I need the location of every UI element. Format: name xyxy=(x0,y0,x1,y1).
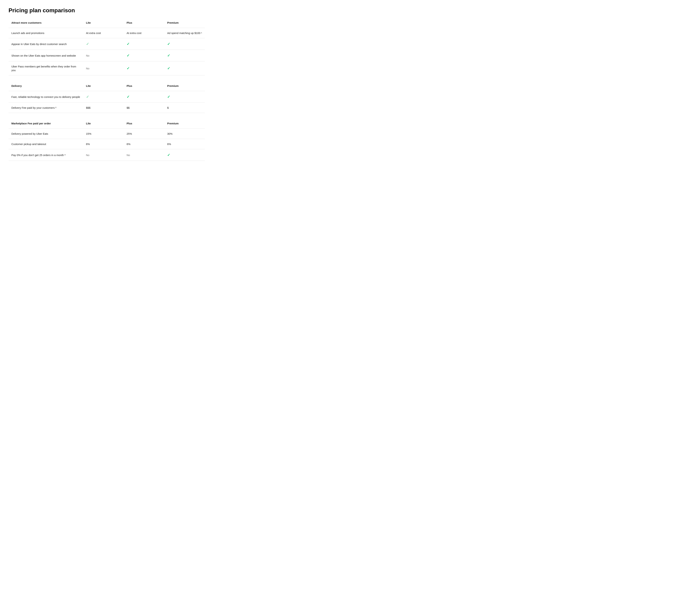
section-lite-label: Lite xyxy=(83,21,124,28)
check-icon: ✓ xyxy=(167,42,170,46)
lite-cell: ✓ xyxy=(83,91,124,103)
check-light-icon: ✓ xyxy=(86,42,89,46)
comparison-table: Attract more customers Lite Plus Premium… xyxy=(8,21,205,161)
feature-label: Launch ads and promotions xyxy=(8,28,83,38)
section-feature-label: Attract more customers xyxy=(8,21,83,28)
section-premium-label: Premium xyxy=(164,116,205,129)
lite-cell: ✓ xyxy=(83,38,124,50)
feature-label: Fast, reliable technology to connect you… xyxy=(8,91,83,103)
premium-cell: ✓ xyxy=(164,38,205,50)
plus-cell: ✓ xyxy=(124,91,164,103)
check-icon: ✓ xyxy=(167,95,170,99)
premium-cell: ✓ xyxy=(164,61,205,75)
plus-cell: ✓ xyxy=(124,50,164,61)
section-header-delivery: Delivery Lite Plus Premium xyxy=(8,78,205,91)
section-premium-label: Premium xyxy=(164,21,205,28)
cell-text: No xyxy=(86,67,89,70)
plus-cell: At extra cost xyxy=(124,28,164,38)
table-row: Uber Pass members get benefits when they… xyxy=(8,61,205,75)
plus-cell: 6% xyxy=(124,139,164,149)
table-row: Delivery Fee paid by your customers ² $$… xyxy=(8,103,205,113)
section-spacer xyxy=(8,75,205,79)
cell-text: 6% xyxy=(86,142,90,146)
premium-cell: $ xyxy=(164,103,205,113)
cell-text: 25% xyxy=(127,132,132,135)
lite-cell: At extra cost xyxy=(83,28,124,38)
cell-text: 15% xyxy=(86,132,91,135)
check-icon: ✓ xyxy=(167,66,170,70)
feature-label: Uber Pass members get benefits when they… xyxy=(8,61,83,75)
check-icon: ✓ xyxy=(127,66,130,70)
check-icon: ✓ xyxy=(127,53,130,58)
feature-label: Customer pickup and takeout xyxy=(8,139,83,149)
table-row: Appear in Uber Eats by direct customer s… xyxy=(8,38,205,50)
check-icon: ✓ xyxy=(167,53,170,58)
section-plus-label: Plus xyxy=(124,78,164,91)
cell-text: 6% xyxy=(127,142,131,146)
plus-cell: 25% xyxy=(124,129,164,139)
cell-text: 30% xyxy=(167,132,173,135)
plus-cell: No xyxy=(124,149,164,161)
cell-text: No xyxy=(127,154,130,157)
section-header-marketplace: Marketplace Fee paid per order Lite Plus… xyxy=(8,116,205,129)
cell-text: Ad spend matching up $100 ¹ xyxy=(167,31,202,35)
section-lite-label: Lite xyxy=(83,116,124,129)
table-row: Launch ads and promotions At extra cost … xyxy=(8,28,205,38)
cell-text: At extra cost xyxy=(127,31,141,35)
cell-text: No xyxy=(86,54,89,57)
plus-cell: $$ xyxy=(124,103,164,113)
check-icon: ✓ xyxy=(167,153,170,157)
premium-cell: ✓ xyxy=(164,50,205,61)
lite-cell: 6% xyxy=(83,139,124,149)
plus-cell: ✓ xyxy=(124,38,164,50)
table-row: Pay 0% if you don't get 25 orders in a m… xyxy=(8,149,205,161)
lite-cell: No xyxy=(83,50,124,61)
table-row: Shown on the Uber Eats app homescreen an… xyxy=(8,50,205,61)
table-row: Customer pickup and takeout 6% 6% 6% xyxy=(8,139,205,149)
page-title: Pricing plan comparison xyxy=(8,7,205,14)
check-icon: ✓ xyxy=(127,42,130,46)
feature-label: Appear in Uber Eats by direct customer s… xyxy=(8,38,83,50)
cell-text: $ xyxy=(167,106,168,109)
section-feature-label: Delivery xyxy=(8,78,83,91)
premium-cell: ✓ xyxy=(164,149,205,161)
section-lite-label: Lite xyxy=(83,78,124,91)
premium-cell: Ad spend matching up $100 ¹ xyxy=(164,28,205,38)
feature-label: Delivery Fee paid by your customers ² xyxy=(8,103,83,113)
lite-cell: $$$ xyxy=(83,103,124,113)
section-plus-label: Plus xyxy=(124,116,164,129)
feature-label: Delivery powered by Uber Eats xyxy=(8,129,83,139)
cell-text: $$$ xyxy=(86,106,91,109)
table-row: Fast, reliable technology to connect you… xyxy=(8,91,205,103)
lite-cell: 15% xyxy=(83,129,124,139)
lite-cell: No xyxy=(83,149,124,161)
cell-text: At extra cost xyxy=(86,31,101,35)
table-row: Delivery powered by Uber Eats 15% 25% 30… xyxy=(8,129,205,139)
section-header-attract: Attract more customers Lite Plus Premium xyxy=(8,21,205,28)
plus-cell: ✓ xyxy=(124,61,164,75)
check-icon: ✓ xyxy=(127,95,130,99)
premium-cell: 30% xyxy=(164,129,205,139)
section-feature-label: Marketplace Fee paid per order xyxy=(8,116,83,129)
lite-cell: No xyxy=(83,61,124,75)
section-premium-label: Premium xyxy=(164,78,205,91)
cell-text: 6% xyxy=(167,142,171,146)
cell-text: No xyxy=(86,154,89,157)
section-plus-label: Plus xyxy=(124,21,164,28)
check-light-icon: ✓ xyxy=(86,95,89,99)
feature-label: Shown on the Uber Eats app homescreen an… xyxy=(8,50,83,61)
feature-label: Pay 0% if you don't get 25 orders in a m… xyxy=(8,149,83,161)
premium-cell: ✓ xyxy=(164,91,205,103)
cell-text: $$ xyxy=(127,106,130,109)
premium-cell: 6% xyxy=(164,139,205,149)
section-spacer xyxy=(8,113,205,116)
